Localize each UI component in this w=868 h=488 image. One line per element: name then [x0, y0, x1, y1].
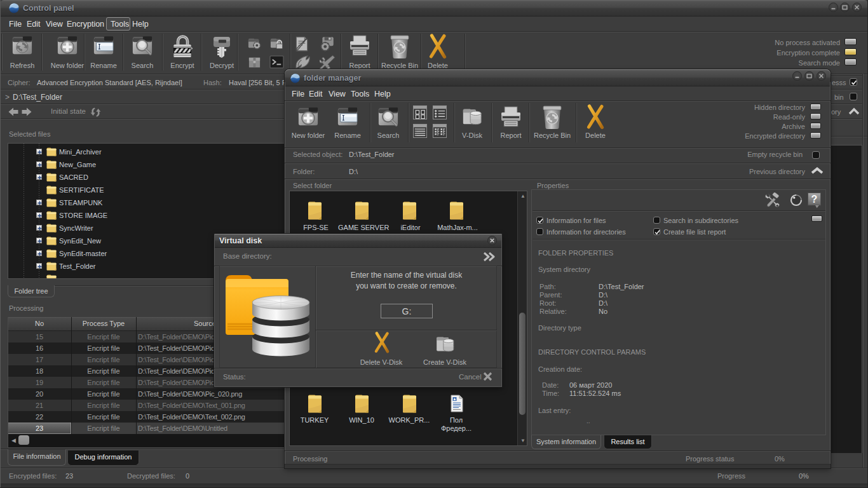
- svg-text:?: ?: [811, 194, 818, 205]
